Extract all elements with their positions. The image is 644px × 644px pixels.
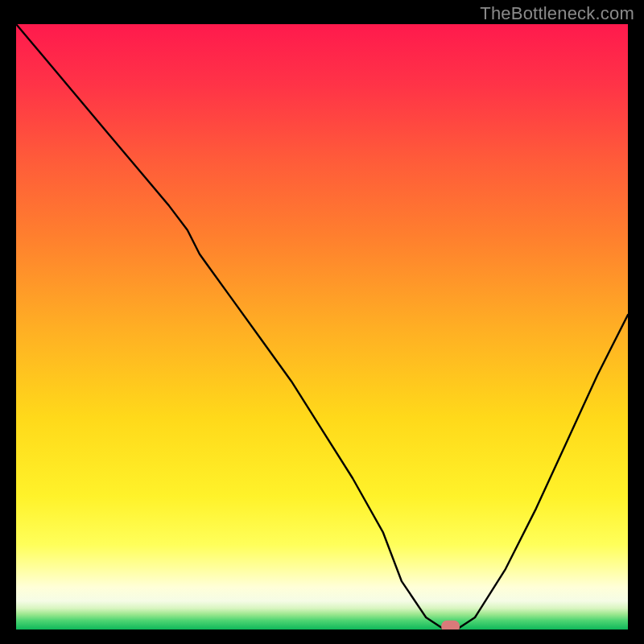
watermark-text: TheBottleneck.com [480,3,634,24]
chart-frame: TheBottleneck.com [0,0,644,644]
optimal-point-marker [441,621,460,630]
heatmap-background [16,24,628,630]
chart-canvas [16,24,628,630]
